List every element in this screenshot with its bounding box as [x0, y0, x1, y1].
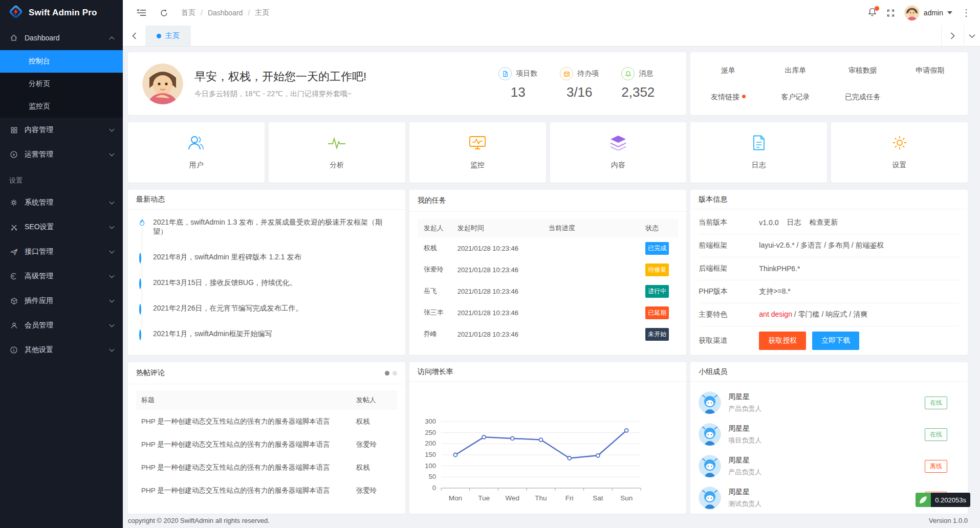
member-name: 周星星	[728, 456, 761, 465]
version-row: 当前版本 v1.0.0 日志 检查更新	[699, 211, 960, 234]
task-owner: 乔峰	[418, 329, 458, 339]
carousel-dot-active[interactable]	[385, 371, 389, 376]
svg-text:0: 0	[432, 484, 435, 492]
fullscreen-icon[interactable]	[886, 4, 895, 22]
news-text: 2021年3月15日，接收反馈BUG，持续优化。	[153, 278, 297, 288]
paper-plane-icon	[9, 248, 18, 256]
quick-label: 用户	[189, 161, 203, 170]
post-title[interactable]: PHP 是一种创建动态交互性站点的强有力的服务器端脚本语言	[136, 417, 356, 426]
member-row: 周星星 产品负责人 在线	[699, 387, 960, 419]
member-avatar	[699, 487, 721, 509]
calendar-icon	[560, 67, 573, 80]
member-avatar	[699, 423, 721, 446]
quick-card-content[interactable]: 内容	[550, 122, 687, 183]
shortcut-dispatch[interactable]: 派单	[694, 66, 761, 75]
feature-highlight[interactable]: ant design	[759, 310, 792, 318]
shortcut-outbound[interactable]: 出库单	[762, 66, 829, 75]
get-license-button[interactable]: 获取授权	[759, 332, 806, 350]
tab-scroll-right-icon[interactable]	[941, 26, 964, 46]
layers-icon	[609, 135, 627, 152]
svg-text:Sun: Sun	[620, 494, 633, 502]
sidebar-item-label: 会员管理	[25, 321, 104, 330]
sidebar-item-seo[interactable]: SEO设置	[0, 215, 123, 239]
post-title[interactable]: PHP 是一种创建动态交互性站点的强有力的服务器端脚本语言	[136, 440, 356, 449]
sidebar-subitem-analysis[interactable]: 分析页	[0, 73, 123, 95]
quick-card-logs[interactable]: 日志	[690, 122, 827, 183]
sidebar-item-dashboard[interactable]: Dashboard	[0, 26, 123, 50]
member-status-badge: 在线	[925, 397, 947, 409]
table-row: 权栈 2021/01/28 10:23:46 已完成	[418, 237, 679, 259]
caret-down-icon	[947, 11, 952, 14]
col-header: 发帖人	[356, 395, 397, 405]
tab-home[interactable]: 主页	[145, 26, 191, 46]
stat-value: 3/16	[560, 84, 599, 100]
chevron-down-icon	[110, 249, 115, 254]
quick-card-settings[interactable]: 设置	[831, 122, 968, 183]
tools-icon	[9, 224, 18, 231]
user-menu[interactable]: admin	[904, 5, 952, 20]
runtime-value: 0.202053s	[931, 493, 970, 507]
news-timeline: 2021年底，swiftAdmin 1.3 发布，并发展成最受欢迎的极速开发框架…	[128, 210, 405, 355]
logo[interactable]: Swift Admin Pro	[0, 0, 123, 26]
member-name: 周星星	[728, 488, 761, 497]
row-label: 后端框架	[699, 264, 759, 273]
message-bell-icon	[621, 67, 635, 80]
check-update-link[interactable]: 检查更新	[809, 218, 838, 227]
member-role: 产品负责人	[728, 404, 761, 413]
sidebar-item-system[interactable]: 系统管理	[0, 190, 123, 215]
sidebar-item-members[interactable]: 会员管理	[0, 313, 123, 338]
carousel-dot[interactable]	[393, 371, 397, 376]
breadcrumb-dashboard[interactable]: Dashboard	[208, 9, 243, 17]
post-author: 权栈	[356, 417, 397, 426]
quick-card-analysis[interactable]: 分析	[269, 122, 405, 183]
tab-menu-chevron-icon[interactable]	[964, 26, 980, 46]
sidebar-subitem-console[interactable]: 控制台	[0, 50, 123, 73]
sidebar-item-api[interactable]: 接口管理	[0, 239, 123, 264]
sidebar-item-operation[interactable]: ¥ 运营管理	[0, 142, 123, 167]
tab-scroll-left-icon[interactable]	[123, 26, 145, 46]
breadcrumb: 首页 / Dashboard / 主页	[181, 8, 269, 17]
shortcut-leave[interactable]: 申请假期	[897, 66, 964, 75]
sidebar-item-other[interactable]: 其他设置	[0, 338, 123, 362]
sidebar-item-content[interactable]: 内容管理	[0, 118, 123, 142]
shortcut-audit[interactable]: 审核数据	[829, 66, 896, 75]
shortcut-customers[interactable]: 客户记录	[762, 93, 829, 102]
table-header-row: 发起人 发起时间 当前进度 状态	[418, 219, 679, 237]
sidebar-item-advanced[interactable]: 高级管理	[0, 264, 123, 289]
shortcut-links[interactable]: 友情链接	[694, 93, 761, 102]
chevron-down-icon	[110, 127, 115, 132]
topbar-right: admin ⋮	[867, 4, 971, 22]
news-text: 2021年2月26日，在元宵节编写完成发布工作。	[153, 304, 303, 313]
collapse-sidebar-icon[interactable]	[132, 4, 150, 22]
breadcrumb-current: 主页	[255, 8, 269, 17]
changelog-link[interactable]: 日志	[787, 218, 801, 227]
stat-todos: 待办项 3/16	[560, 67, 599, 100]
tab-label: 主页	[165, 31, 180, 40]
stat-projects: 项目数 13	[498, 67, 537, 100]
post-title[interactable]: PHP 是一种创建动态交互性站点的强有力的服务器端脚本语言	[136, 463, 356, 472]
file-icon	[498, 67, 512, 80]
quick-card-monitor[interactable]: 监控	[409, 122, 546, 183]
post-title[interactable]: PHP 是一种创建动态交互性站点的强有力的服务器端脚本语言	[136, 486, 356, 495]
row-label: 主要特色	[699, 310, 759, 319]
copyright-text: copyright © 2020 SwiftAdmin all rights r…	[128, 517, 270, 524]
refresh-icon[interactable]	[155, 4, 173, 22]
shortcut-done-tasks[interactable]: 已完成任务	[829, 93, 896, 102]
breadcrumb-home[interactable]: 首页	[181, 8, 195, 17]
more-menu-icon[interactable]: ⋮	[962, 7, 971, 18]
current-version: v1.0.0	[759, 218, 778, 227]
sidebar-item-plugins[interactable]: 插件应用	[0, 289, 123, 313]
dashboard-submenu: 控制台 分析页 监控页	[0, 50, 123, 118]
notifications-bell-icon[interactable]	[867, 7, 877, 19]
tabbar: 主页	[123, 26, 980, 47]
card-title: 热帖评论	[136, 368, 165, 378]
sidebar-subitem-monitor[interactable]: 监控页	[0, 95, 123, 118]
chevron-down-icon	[110, 151, 115, 157]
quick-label: 设置	[892, 161, 907, 170]
timeline-item: 2021年1月，swiftAdmin框架开始编写	[138, 329, 396, 355]
quick-card-users[interactable]: 用户	[128, 122, 265, 183]
quick-label: 内容	[611, 161, 625, 170]
runtime-badge[interactable]: 0.202053s	[916, 493, 970, 507]
download-button[interactable]: 立即下载	[812, 332, 859, 350]
sidebar: Swift Admin Pro Dashboard 控制台 分析页 监控页 内容…	[0, 0, 123, 528]
